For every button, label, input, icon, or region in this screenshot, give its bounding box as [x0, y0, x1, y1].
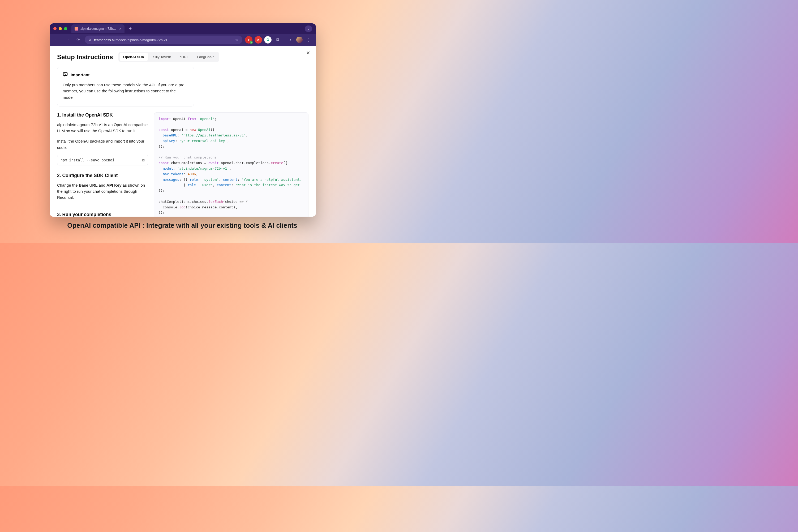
- header-row: Setup Instructions OpenAI SDK Silly Tave…: [57, 52, 308, 62]
- step3-heading: 3. Run your completions: [57, 212, 148, 217]
- important-callout: Important Only pro members can use these…: [57, 66, 194, 107]
- copy-command-icon[interactable]: ⧉: [142, 158, 145, 163]
- url-text: featherless.ai/models/alpindale/magnum-7…: [94, 38, 232, 42]
- profile-avatar[interactable]: [296, 37, 303, 43]
- close-window-button[interactable]: [53, 27, 57, 30]
- back-button[interactable]: ←: [53, 36, 61, 44]
- maximize-window-button[interactable]: [64, 27, 67, 30]
- extension-grammarly-icon[interactable]: G: [264, 36, 271, 43]
- browser-window: alpindale/magnum-72b-v1 | F × + ⌄ ← → ⟳ …: [50, 23, 316, 216]
- extensions-group: ● ➤ G ⧉ ♪ ⋮: [245, 36, 313, 44]
- chrome-menu-button[interactable]: ⋮: [305, 36, 313, 44]
- tab-curl[interactable]: cURL: [176, 53, 193, 61]
- media-control-icon[interactable]: ♪: [286, 36, 294, 44]
- instructions-column: 1. Install the OpenAI SDK alpindale/magn…: [57, 112, 148, 216]
- tab-overflow-button[interactable]: ⌄: [305, 25, 312, 32]
- step2-para: Change the Base URL and API Key as shown…: [57, 182, 148, 201]
- step1-heading: 1. Install the OpenAI SDK: [57, 112, 148, 118]
- important-icon: [63, 72, 68, 78]
- divider: [284, 37, 284, 42]
- step1-para2: Install the OpenAI package and import it…: [57, 138, 148, 151]
- marketing-caption: OpenAI compatible API : Integrate with a…: [0, 222, 364, 229]
- browser-chrome: alpindale/magnum-72b-v1 | F × + ⌄ ← → ⟳ …: [50, 23, 316, 46]
- page-content: ✕ Setup Instructions OpenAI SDK Silly Ta…: [50, 46, 316, 216]
- site-settings-icon[interactable]: ⚙: [89, 38, 91, 42]
- tab-langchain[interactable]: LangChain: [193, 53, 218, 61]
- close-panel-button[interactable]: ✕: [306, 50, 310, 56]
- important-text: Only pro members can use these models vi…: [63, 82, 189, 100]
- bookmark-icon[interactable]: ☆: [235, 38, 239, 42]
- tab-silly-tavern[interactable]: Silly Tavern: [149, 53, 175, 61]
- extension-2-icon[interactable]: ➤: [254, 36, 262, 43]
- code-sample: import OpenAI from 'openai'; const opena…: [154, 112, 308, 216]
- sdk-tabs: OpenAI SDK Silly Tavern cURL LangChain: [118, 52, 219, 62]
- reload-button[interactable]: ⟳: [74, 36, 82, 44]
- tab-title: alpindale/magnum-72b-v1 | F: [80, 27, 117, 31]
- important-label: Important: [71, 73, 90, 77]
- tab-openai-sdk[interactable]: OpenAI SDK: [119, 53, 148, 61]
- main-columns: 1. Install the OpenAI SDK alpindale/magn…: [57, 112, 308, 216]
- page-title: Setup Instructions: [57, 53, 113, 61]
- close-tab-icon[interactable]: ×: [119, 26, 121, 31]
- install-command-box: npm install --save openai ⧉: [57, 155, 148, 165]
- install-command-text: npm install --save openai: [60, 158, 114, 162]
- address-bar[interactable]: ⚙ featherless.ai/models/alpindale/magnum…: [85, 36, 242, 44]
- browser-toolbar: ← → ⟳ ⚙ featherless.ai/models/alpindale/…: [50, 34, 316, 46]
- important-header: Important: [63, 72, 189, 78]
- extension-1-icon[interactable]: ●: [245, 36, 252, 43]
- code-column: import OpenAI from 'openai'; const opena…: [154, 112, 308, 216]
- favicon-icon: [75, 27, 78, 31]
- minimize-window-button[interactable]: [59, 27, 62, 30]
- extensions-button[interactable]: ⧉: [274, 36, 282, 44]
- step2-heading: 2. Configure the SDK Client: [57, 173, 148, 178]
- new-tab-button[interactable]: +: [127, 25, 134, 32]
- title-bar: alpindale/magnum-72b-v1 | F × + ⌄: [50, 23, 316, 34]
- step1-para1: alpindale/magnum-72b-v1 is an OpenAI com…: [57, 121, 148, 134]
- forward-button[interactable]: →: [63, 36, 71, 44]
- browser-tab[interactable]: alpindale/magnum-72b-v1 | F ×: [71, 24, 125, 33]
- window-controls: [53, 27, 67, 30]
